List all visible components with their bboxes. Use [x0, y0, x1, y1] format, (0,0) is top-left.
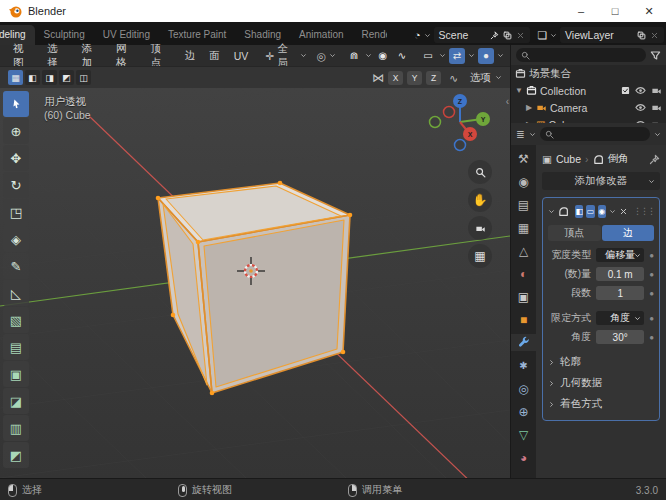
tool-measure[interactable]: ◺: [3, 280, 29, 306]
tool-scale[interactable]: ◳: [3, 199, 29, 225]
decorator-dot[interactable]: ●: [649, 314, 654, 323]
decorator-dot[interactable]: ●: [649, 270, 654, 279]
collapse-arrow-icon[interactable]: ▶: [525, 103, 533, 112]
width-type-dropdown[interactable]: 偏移量: [596, 248, 644, 262]
amount-field[interactable]: 0.1 m: [596, 267, 644, 281]
pan-hand-button[interactable]: ✋: [468, 188, 492, 212]
expand-arrow-icon[interactable]: ▼: [515, 86, 523, 95]
tab-physics[interactable]: ◎: [511, 380, 536, 397]
select-mode-subtract-icon[interactable]: ◨: [42, 70, 57, 85]
select-mode-new-icon[interactable]: ▦: [8, 70, 23, 85]
breadcrumb-modifier[interactable]: 倒角: [608, 152, 629, 166]
tool-select-box[interactable]: [3, 91, 29, 117]
camera-restrict-icon[interactable]: [651, 85, 662, 96]
unlink-scene-icon[interactable]: [516, 31, 525, 40]
decorator-dot[interactable]: ●: [649, 289, 654, 298]
tab-tool[interactable]: ⚒: [511, 150, 536, 167]
affect-edges-button[interactable]: 边: [602, 225, 655, 241]
ortho-grid-button[interactable]: ▦: [468, 244, 492, 268]
pin-icon[interactable]: [649, 154, 660, 165]
close-button[interactable]: ✕: [632, 0, 666, 22]
tab-collection[interactable]: ▣: [511, 288, 536, 305]
filter-chevron-icon[interactable]: [654, 131, 661, 138]
tool-add-cube[interactable]: ▧: [3, 307, 29, 333]
menu-uv[interactable]: UV: [227, 48, 256, 64]
select-mode-extend-icon[interactable]: ◧: [25, 70, 40, 85]
decorator-dot[interactable]: ●: [649, 333, 654, 342]
gizmo-neg-x[interactable]: [444, 107, 455, 118]
mirror-x-toggle[interactable]: X: [388, 71, 403, 85]
gizmos-toggle-icon[interactable]: ▭: [420, 48, 436, 64]
tool-rotate[interactable]: ↻: [3, 172, 29, 198]
drag-handle[interactable]: ⋮⋮⋮: [633, 206, 654, 216]
falloff-icon[interactable]: ∿: [394, 48, 410, 64]
tab-output[interactable]: ▤: [511, 196, 536, 213]
snap-magnet-icon[interactable]: ⋒: [346, 48, 362, 64]
chevron-down-icon[interactable]: [365, 52, 372, 59]
tab-scene[interactable]: △: [511, 242, 536, 259]
eye-icon[interactable]: [635, 102, 646, 113]
menu-face[interactable]: 面: [202, 47, 227, 65]
properties-search-input[interactable]: [557, 129, 645, 140]
outliner-row-camera[interactable]: ▶ Camera: [511, 99, 666, 116]
tab-rendering[interactable]: Rendering: [353, 25, 387, 45]
eye-icon[interactable]: [635, 85, 646, 96]
camera-view-button[interactable]: [468, 216, 492, 240]
decorator-dot[interactable]: ●: [649, 251, 654, 260]
select-mode-intersect-icon[interactable]: ◫: [76, 70, 91, 85]
tool-extrude-region[interactable]: ▤: [3, 334, 29, 360]
extras-chevron-icon[interactable]: [609, 208, 616, 215]
shading-solid-icon[interactable]: ●: [478, 48, 494, 64]
tab-world[interactable]: ◐: [511, 265, 536, 282]
select-mode-invert-icon[interactable]: ◩: [59, 70, 74, 85]
new-viewlayer-icon[interactable]: [637, 31, 646, 40]
add-modifier-button[interactable]: 添加修改器: [542, 172, 660, 190]
xray-toggle-icon[interactable]: ⇄: [449, 48, 465, 64]
viewlayer-icon[interactable]: ❏: [538, 29, 547, 41]
camera-restrict-icon[interactable]: [651, 102, 662, 113]
expand-chevron-icon[interactable]: [548, 208, 555, 215]
limit-method-dropdown[interactable]: 角度: [596, 311, 644, 325]
zoom-button[interactable]: [468, 160, 492, 184]
chevron-down-icon[interactable]: [495, 74, 502, 81]
pin-icon[interactable]: [490, 31, 499, 40]
tab-particles[interactable]: ✱: [511, 357, 536, 374]
tool-annotate[interactable]: ✎: [3, 253, 29, 279]
tab-render[interactable]: ◉: [511, 173, 536, 190]
outliner-row-cube[interactable]: ▶ ▧ Cube: [511, 116, 666, 123]
menu-edge[interactable]: 边: [178, 47, 203, 65]
checkbox-icon[interactable]: [621, 86, 630, 95]
outliner-search[interactable]: [516, 48, 646, 62]
gizmo-neg-z[interactable]: [455, 140, 466, 151]
new-scene-icon[interactable]: [503, 31, 512, 40]
breadcrumb-object[interactable]: Cube: [556, 153, 581, 165]
display-editmode-toggle[interactable]: ◧: [575, 205, 583, 218]
tool-bevel[interactable]: ◪: [3, 388, 29, 414]
pivot-dropdown[interactable]: ◎: [317, 50, 336, 62]
filter-icon[interactable]: [650, 50, 661, 61]
subpanel-profile[interactable]: 轮廓: [548, 353, 654, 371]
mirror-y-toggle[interactable]: Y: [407, 71, 422, 85]
tool-loop-cut[interactable]: ▥: [3, 415, 29, 441]
falloff-curve-icon[interactable]: ∿: [449, 72, 458, 84]
chevron-down-icon[interactable]: [550, 32, 557, 39]
chevron-down-icon[interactable]: [439, 52, 446, 59]
tab-modifiers[interactable]: [511, 334, 536, 351]
affect-vertices-button[interactable]: 顶点: [548, 225, 601, 241]
minimize-button[interactable]: –: [564, 0, 598, 22]
outliner-row-collection[interactable]: ▼ Collection: [511, 82, 666, 99]
subpanel-geometry[interactable]: 几何数据: [548, 374, 654, 392]
outliner-row-scene-collection[interactable]: 场景集合: [511, 65, 666, 82]
mirror-z-toggle[interactable]: Z: [426, 71, 441, 85]
display-render-toggle[interactable]: ◉: [598, 205, 606, 218]
subpanel-shading[interactable]: 着色方式: [548, 395, 654, 413]
tool-cursor[interactable]: ⊕: [3, 118, 29, 144]
scene-field[interactable]: Scene: [434, 27, 530, 43]
cube-object[interactable]: [156, 181, 353, 396]
tab-view-layer[interactable]: ▦: [511, 219, 536, 236]
properties-search[interactable]: [540, 127, 650, 141]
chevron-down-icon[interactable]: [529, 131, 536, 138]
angle-field[interactable]: 30°: [596, 330, 644, 344]
tab-object-data[interactable]: ▽: [511, 426, 536, 443]
tool-knife[interactable]: ◩: [3, 442, 29, 468]
